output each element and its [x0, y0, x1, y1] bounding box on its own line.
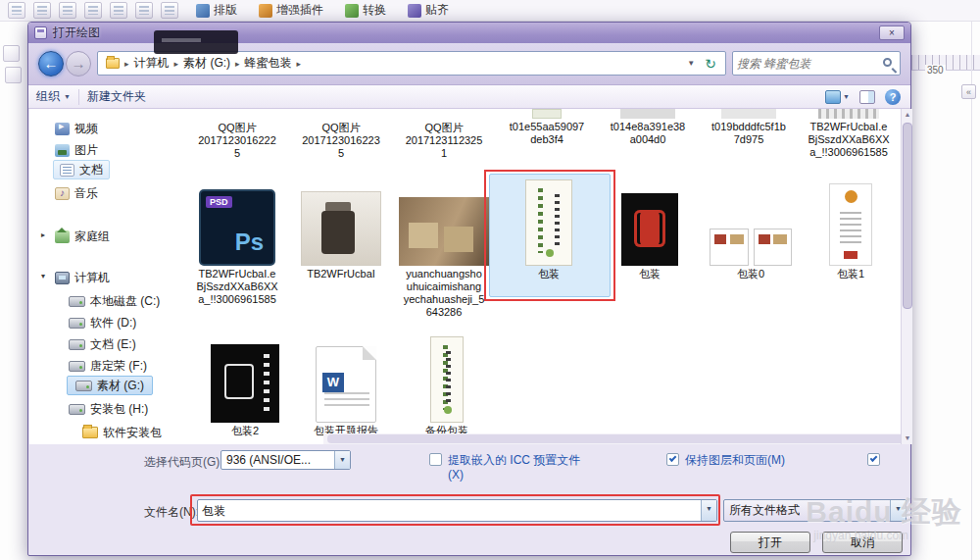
sidebar-item-videos[interactable]: 视频	[55, 119, 98, 138]
tab-layout[interactable]: 排版	[192, 1, 241, 21]
app-toolbar-icon[interactable]	[110, 2, 127, 19]
breadcrumb-drive-g[interactable]: 素材 (G:)	[179, 55, 234, 72]
drive-icon	[69, 296, 85, 307]
tab-convert[interactable]: 转换	[341, 1, 390, 21]
views-button[interactable]: ▼	[825, 90, 850, 104]
file-item[interactable]: TB2WFrUcbaI	[292, 173, 390, 280]
file-item[interactable]: W 包装开题报告	[297, 334, 395, 437]
keep-layers-label[interactable]: 保持图层和页面(M)	[685, 452, 785, 469]
app-toolbar-icon[interactable]	[135, 2, 153, 19]
sidebar-item-pictures[interactable]: 图片	[55, 140, 98, 160]
tree-expander-icon[interactable]: ▾	[41, 272, 45, 280]
app-toolbar-icon[interactable]	[8, 2, 25, 19]
file-item[interactable]: t019bdddfc5f1b 7d975	[700, 109, 798, 146]
organize-button[interactable]: 组织 ▼	[28, 85, 78, 108]
file-item[interactable]: TB2WFrUcbaI.e BjSszdXXaB6XX a_!!30069615…	[800, 109, 898, 159]
sidebar-item-documents[interactable]: 文档	[53, 160, 110, 179]
chevron-right-icon[interactable]: ▸	[296, 59, 303, 69]
file-item[interactable]: t01e55aa59097 deb3f4	[498, 109, 596, 146]
file-item[interactable]: yuanchuangsho uhuicaimishang yechahuashe…	[395, 173, 493, 319]
dialog-icon	[34, 26, 47, 39]
sidebar-item-drive-g[interactable]: 素材 (G:)	[67, 376, 153, 395]
toolbox-icon[interactable]	[5, 67, 22, 83]
refresh-icon[interactable]: ↻	[700, 56, 721, 72]
tab-snap[interactable]: 贴齐	[404, 1, 453, 21]
drive-icon	[75, 381, 92, 391]
icc-checkbox-label2[interactable]: (X)	[448, 468, 464, 482]
new-folder-button[interactable]: 新建文件夹	[79, 85, 154, 108]
app-toolbar: 排版 增强插件 转换 贴齐	[0, 0, 980, 22]
dark-overlay-artifact	[154, 30, 238, 54]
icc-checkbox[interactable]	[429, 453, 442, 466]
codepage-select[interactable]: 936 (ANSI/OE... ▼	[220, 450, 351, 470]
file-item[interactable]: 包装	[601, 173, 699, 280]
keep-layers-checkbox[interactable]	[666, 453, 679, 466]
folder-icon	[106, 58, 120, 69]
tab-enhanced-plugins[interactable]: 增强插件	[255, 1, 327, 21]
sidebar-item-drive-f[interactable]: 唐定荣 (F:)	[69, 356, 147, 376]
toolbox-icon[interactable]	[3, 45, 20, 62]
file-item[interactable]: QQ图片2017123016223 5	[292, 109, 390, 160]
app-toolbar-icon[interactable]	[161, 2, 178, 19]
filetype-select[interactable]: 所有文件格式 ▼	[723, 499, 906, 522]
vertical-scrollbar[interactable]: ▲ ▼	[901, 109, 912, 444]
cancel-button[interactable]: 取消	[822, 532, 903, 553]
horizontal-scrollbar[interactable]	[323, 433, 902, 444]
thumbnail-clipped	[818, 109, 879, 119]
sidebar-item-software-folder[interactable]: 软件安装包	[82, 423, 162, 442]
scrollbar-thumb[interactable]	[903, 123, 912, 309]
sidebar-item-drive-c[interactable]: 本地磁盘 (C:)	[69, 291, 160, 311]
icc-checkbox-label[interactable]: 提取嵌入的 ICC 预置文件	[448, 452, 580, 469]
app-toolbar-icon[interactable]	[84, 2, 102, 19]
drive-icon	[69, 339, 85, 350]
tab-layout-label: 排版	[214, 2, 237, 19]
sidebar-item-computer[interactable]: 计算机	[55, 268, 110, 287]
close-button[interactable]: ×	[879, 25, 905, 40]
search-box[interactable]	[732, 51, 901, 76]
file-item[interactable]: QQ图片2017123016222 5	[188, 109, 286, 160]
extra-checkbox[interactable]	[867, 453, 880, 466]
file-item[interactable]: t014e8a391e38 a004d0	[599, 109, 697, 146]
file-item[interactable]: PSDPs TB2WFrUcbaI.e BjSszdXXaB6XX a_!!30…	[188, 173, 286, 306]
app-toolbar-icon[interactable]	[33, 2, 51, 19]
tree-expander-icon[interactable]: ▸	[41, 230, 45, 239]
forward-button[interactable]: →	[66, 51, 91, 76]
video-library-icon	[55, 123, 70, 135]
cards-thumbnail	[710, 229, 792, 266]
help-icon[interactable]: ?	[885, 89, 901, 105]
plugin-icon	[259, 4, 272, 18]
navigation-pane: 视频 图片 文档 音乐 ▸ 家庭组 ▾ 计算机 本地磁盘 (C:) 软件 (D:…	[29, 109, 176, 444]
breadcrumb[interactable]: ▸ 计算机 ▸ 素材 (G:) ▸ 蜂蜜包装 ▸ ▼ ↻	[97, 51, 726, 76]
convert-icon	[345, 4, 359, 18]
preview-pane-icon[interactable]	[859, 90, 875, 104]
docker-collapse-icon[interactable]: «	[961, 84, 976, 99]
open-drawing-dialog: 打开绘图 × ← → ▸ 计算机 ▸ 素材 (G:) ▸ 蜂蜜包装 ▸ ▼ ↻	[27, 22, 911, 556]
scroll-down-icon[interactable]: ▼	[902, 433, 913, 444]
search-icon	[883, 58, 892, 67]
file-item[interactable]: 包装2	[196, 334, 294, 437]
breadcrumb-computer[interactable]: 计算机	[130, 55, 173, 72]
sidebar-item-music[interactable]: 音乐	[55, 183, 98, 203]
search-input[interactable]	[737, 53, 874, 74]
dialog-title: 打开绘图	[53, 25, 100, 41]
file-list: QQ图片2017123016222 5 QQ图片2017123016223 5 …	[176, 109, 902, 444]
sidebar-item-drive-e[interactable]: 文档 (E:)	[69, 334, 136, 354]
open-button[interactable]: 打开	[730, 532, 810, 553]
homegroup-icon	[55, 230, 70, 243]
command-bar: 组织 ▼ 新建文件夹 ▼ ?	[28, 85, 910, 109]
snap-icon	[408, 4, 421, 18]
file-item[interactable]: 包装0	[702, 173, 800, 280]
scrollbar-thumb[interactable]	[327, 434, 902, 443]
file-item[interactable]: 备份包装	[398, 334, 496, 437]
app-toolbar-icon[interactable]	[59, 2, 76, 19]
ruler-value: 350	[925, 65, 946, 76]
scroll-up-icon[interactable]: ▲	[902, 109, 913, 121]
sidebar-item-drive-h[interactable]: 安装包 (H:)	[69, 399, 148, 419]
back-button[interactable]: ←	[38, 51, 64, 76]
sidebar-item-drive-d[interactable]: 软件 (D:)	[69, 313, 136, 332]
file-item[interactable]: QQ图片2017123112325 1	[395, 109, 493, 160]
sidebar-item-homegroup[interactable]: 家庭组	[55, 227, 110, 246]
breadcrumb-honey-package[interactable]: 蜂蜜包装	[241, 55, 296, 72]
address-dropdown-icon[interactable]: ▼	[682, 59, 700, 68]
file-item[interactable]: 包装1	[802, 173, 900, 280]
